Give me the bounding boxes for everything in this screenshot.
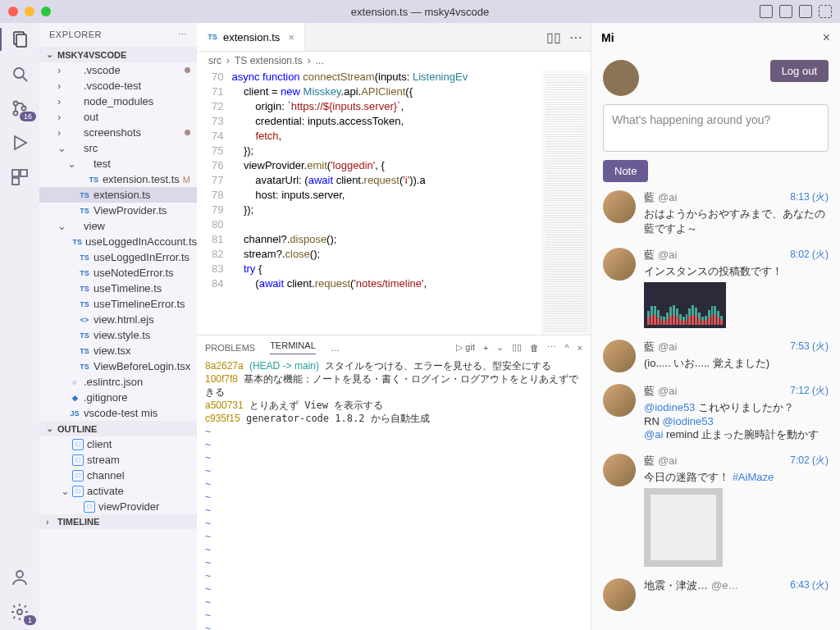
extensions-icon[interactable]	[10, 167, 30, 187]
outline-item[interactable]: □client	[39, 436, 197, 452]
panel-right-icon[interactable]	[799, 5, 812, 18]
svg-rect-8	[12, 170, 19, 176]
post[interactable]: 藍@ai7:12 (火)@iodine53 これやりましたか？RN @iodin…	[603, 384, 829, 442]
tree-item[interactable]: TSview.tsx	[39, 343, 197, 358]
post-avatar[interactable]	[603, 578, 636, 611]
new-terminal-icon[interactable]: +	[483, 343, 488, 353]
svg-point-6	[22, 107, 26, 111]
close-panel-icon[interactable]: ×	[823, 30, 830, 45]
tree-item[interactable]: TSuseLoggedInError.ts	[39, 249, 197, 265]
activity-bar: 16 1	[0, 23, 39, 630]
post[interactable]: 地震・津波…@e…6:43 (火)	[603, 578, 829, 611]
settings-icon[interactable]: 1	[10, 602, 30, 622]
outline-item[interactable]: ⌄□activate	[39, 483, 197, 499]
tree-item[interactable]: TSViewProvider.ts	[39, 203, 197, 218]
shell-selector[interactable]: ▷ git	[456, 342, 475, 353]
source-control-icon[interactable]: 16	[10, 98, 30, 118]
tree-item[interactable]: ○.eslintrc.json	[39, 374, 197, 390]
tab-extension-ts[interactable]: TS extension.ts ×	[197, 23, 305, 51]
close-panel-icon[interactable]: ×	[578, 343, 582, 353]
tree-item[interactable]: ›screenshots	[39, 125, 197, 140]
more-icon[interactable]: ⋯	[178, 30, 188, 40]
window-controls	[8, 7, 51, 16]
explorer-icon[interactable]	[10, 30, 30, 49]
kill-terminal-icon[interactable]: 🗑	[530, 343, 539, 353]
panel-tabs: PROBLEMS TERMINAL … ▷ git + ⌄ ▯▯ 🗑 ⋯ ^ ×	[197, 336, 591, 354]
tree-item[interactable]: ›out	[39, 109, 197, 125]
tree-item[interactable]: ◆.gitignore	[39, 390, 197, 405]
outline-item[interactable]: □stream	[39, 452, 197, 468]
tree-item[interactable]: JSvscode-test mis	[39, 405, 197, 421]
outline-item[interactable]: □channel	[39, 468, 197, 483]
note-button[interactable]: Note	[603, 160, 648, 182]
tab-terminal[interactable]: TERMINAL	[270, 340, 316, 354]
post-avatar[interactable]	[603, 454, 636, 486]
terminal-output[interactable]: 8a2627a (HEAD -> main) スタイルをつける、エラーを見せる、…	[197, 354, 591, 630]
bottom-panel: PROBLEMS TERMINAL … ▷ git + ⌄ ▯▯ 🗑 ⋯ ^ ×…	[197, 335, 591, 630]
post[interactable]: 藍@ai8:02 (火)インスタンスの投稿数です！	[603, 248, 829, 328]
breadcrumb[interactable]: src› TS extension.ts› ...	[197, 52, 591, 70]
svg-rect-10	[12, 178, 19, 185]
tree-item[interactable]: ⌄src	[39, 140, 197, 156]
tree-item[interactable]: TSViewBeforeLogin.tsx	[39, 358, 197, 374]
customize-layout-icon[interactable]	[819, 5, 832, 18]
post-avatar[interactable]	[603, 384, 636, 417]
svg-point-2	[14, 68, 24, 78]
tree-item[interactable]: TSuseLoggedInAccount.ts	[39, 234, 197, 249]
minimap[interactable]	[541, 70, 591, 335]
post-avatar[interactable]	[603, 340, 636, 372]
account-icon[interactable]	[10, 568, 30, 587]
tree-item[interactable]: TSuseTimelineError.ts	[39, 296, 197, 312]
svg-point-5	[14, 112, 18, 116]
tab-more[interactable]: …	[331, 343, 340, 353]
logout-button[interactable]: Log out	[770, 60, 829, 82]
tree-item[interactable]: TSextension.test.tsM	[39, 171, 197, 187]
project-section[interactable]: ⌄MSKY4VSCODE	[39, 47, 197, 62]
panel-more-icon[interactable]: ⋯	[547, 342, 556, 353]
settings-badge: 1	[24, 615, 36, 625]
layout-controls	[760, 5, 832, 18]
outline-section[interactable]: ⌄OUTLINE	[39, 421, 197, 436]
run-debug-icon[interactable]	[10, 133, 30, 153]
close-window[interactable]	[8, 7, 18, 16]
tree-item[interactable]: ›node_modules	[39, 94, 197, 109]
maximize-window[interactable]	[41, 7, 51, 16]
close-tab-icon[interactable]: ×	[288, 31, 294, 43]
post[interactable]: 藍@ai7:02 (火)今日の迷路です！ #AiMaze	[603, 454, 829, 567]
tree-item[interactable]: ›.vscode	[39, 62, 197, 78]
explorer-header: EXPLORER⋯	[39, 23, 197, 47]
post-avatar[interactable]	[603, 190, 636, 223]
tree-item[interactable]: TSview.style.ts	[39, 327, 197, 343]
user-avatar[interactable]	[603, 60, 639, 96]
split-terminal-icon[interactable]: ▯▯	[512, 342, 522, 353]
svg-point-11	[16, 571, 23, 578]
panel-left-icon[interactable]	[760, 5, 773, 18]
svg-point-4	[14, 102, 18, 106]
tree-item[interactable]: <>view.html.ejs	[39, 312, 197, 327]
search-icon[interactable]	[10, 64, 30, 84]
code-editor[interactable]: 707172737475767778798081828384 async fun…	[197, 70, 591, 335]
misskey-logo: Mi	[601, 31, 614, 44]
maximize-panel-icon[interactable]: ^	[564, 343, 568, 353]
minimize-window[interactable]	[25, 7, 34, 16]
compose-input[interactable]: What's happening around you?	[603, 104, 829, 152]
svg-point-12	[17, 609, 22, 614]
editor-tabs: TS extension.ts × ▯▯ ⋯	[197, 23, 591, 52]
panel-bottom-icon[interactable]	[779, 5, 792, 18]
tree-item[interactable]: TSuseNotedError.ts	[39, 265, 197, 281]
outline-item[interactable]: □viewProvider	[39, 499, 197, 514]
tree-item[interactable]: ›.vscode-test	[39, 78, 197, 94]
tree-item[interactable]: TSextension.ts	[39, 187, 197, 203]
post[interactable]: 藍@ai8:13 (火)おはようからおやすみまで、あなたの藍ですよ～	[603, 190, 829, 236]
timeline-section[interactable]: ›TIMELINE	[39, 514, 197, 529]
split-editor-icon[interactable]: ▯▯	[546, 30, 561, 45]
post[interactable]: 藍@ai7:53 (火)(io..... いお..... 覚えました)	[603, 340, 829, 372]
more-actions-icon[interactable]: ⋯	[569, 30, 582, 45]
tree-item[interactable]: TSuseTimeline.ts	[39, 281, 197, 296]
tree-item[interactable]: ⌄test	[39, 156, 197, 171]
post-avatar[interactable]	[603, 248, 636, 281]
tree-item[interactable]: ⌄view	[39, 218, 197, 234]
split-terminal-chevron-icon[interactable]: ⌄	[496, 342, 504, 353]
svg-line-3	[23, 77, 27, 81]
tab-problems[interactable]: PROBLEMS	[205, 343, 255, 353]
